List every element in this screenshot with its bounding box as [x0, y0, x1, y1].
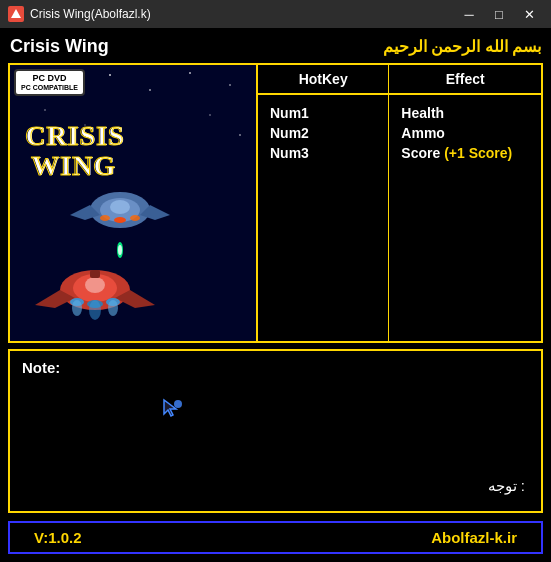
app-icon — [8, 6, 24, 22]
maximize-button[interactable]: □ — [485, 4, 513, 24]
svg-point-21 — [100, 215, 110, 221]
effect-ammo: Ammo — [401, 125, 529, 141]
window-body: Crisis Wing بسم الله الرحمن الرحيم PC DV… — [0, 28, 551, 562]
svg-point-8 — [44, 109, 46, 111]
svg-point-34 — [108, 300, 118, 316]
close-button[interactable]: ✕ — [515, 4, 543, 24]
svg-point-5 — [149, 89, 151, 91]
svg-rect-29 — [90, 270, 100, 278]
svg-text:CRISIS: CRISIS — [25, 120, 124, 151]
window-controls: ─ □ ✕ — [455, 4, 543, 24]
cursor-indicator — [162, 398, 182, 418]
pc-dvd-badge: PC DVD PC COMPATIBLE — [14, 69, 85, 96]
arabic-header: بسم الله الرحمن الرحيم — [383, 37, 541, 56]
hotkey-header: HotKey Effect — [258, 65, 541, 95]
hotkey-num1: Num1 — [270, 105, 376, 121]
score-plus: (+1 Score) — [444, 145, 512, 161]
note-label: Note: — [22, 359, 529, 376]
svg-point-22 — [130, 215, 140, 221]
game-image-section: PC DVD PC COMPATIBLE CRISIS — [10, 65, 258, 341]
svg-text:WING: WING — [31, 150, 116, 181]
hotkey-num3: Num3 — [270, 145, 376, 161]
svg-point-10 — [209, 114, 211, 116]
svg-point-28 — [85, 277, 105, 293]
hotkey-effects-col: Health Ammo Score (+1 Score) — [389, 95, 541, 341]
svg-point-23 — [114, 217, 126, 223]
svg-point-33 — [72, 300, 82, 316]
svg-point-39 — [174, 400, 182, 408]
svg-point-35 — [89, 300, 101, 320]
arabic-note: : توجه — [488, 477, 525, 495]
svg-point-4 — [109, 74, 111, 76]
hotkey-col-header: HotKey — [258, 65, 389, 93]
note-section: Note: : توجه — [8, 349, 543, 513]
hotkey-num2: Num2 — [270, 125, 376, 141]
app-title: Crisis Wing — [10, 36, 109, 57]
effect-col-header: Effect — [389, 65, 541, 93]
effect-health: Health — [401, 105, 529, 121]
hotkey-section: HotKey Effect Num1 Num2 Num3 Health Ammo… — [258, 65, 541, 341]
hotkey-keys-col: Num1 Num2 Num3 — [258, 95, 389, 341]
note-body: : توجه — [22, 376, 529, 503]
svg-marker-0 — [11, 9, 21, 18]
svg-point-20 — [110, 200, 130, 214]
svg-point-11 — [239, 134, 241, 136]
svg-point-7 — [229, 84, 231, 86]
effect-score: Score (+1 Score) — [401, 145, 529, 161]
version-text: V:1.0.2 — [34, 529, 82, 546]
title-bar: Crisis Wing(Abolfazl.k) ─ □ ✕ — [0, 0, 551, 28]
main-panel: PC DVD PC COMPATIBLE CRISIS — [8, 63, 543, 343]
hotkey-body: Num1 Num2 Num3 Health Ammo Score (+1 Sco… — [258, 95, 541, 341]
website-text: Abolfazl-k.ir — [431, 529, 517, 546]
svg-marker-38 — [164, 400, 176, 416]
minimize-button[interactable]: ─ — [455, 4, 483, 24]
game-image: CRISIS WING CRISIS WING — [10, 65, 258, 341]
header-row: Crisis Wing بسم الله الرحمن الرحيم — [8, 36, 543, 57]
window-title: Crisis Wing(Abolfazl.k) — [30, 7, 455, 21]
svg-point-6 — [189, 72, 191, 74]
footer-row: V:1.0.2 Abolfazl-k.ir — [8, 521, 543, 554]
svg-point-37 — [118, 245, 122, 255]
